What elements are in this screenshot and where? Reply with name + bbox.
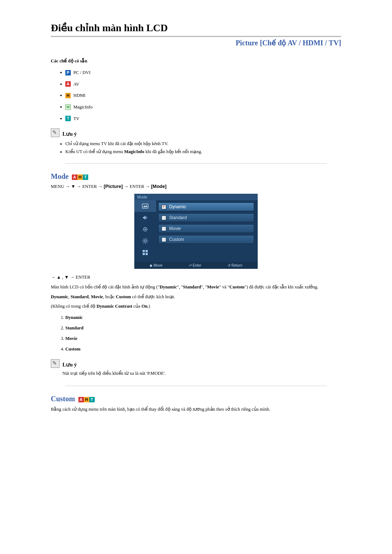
svg-line-10 [143,242,144,243]
osd-item-movie[interactable]: Movie [158,224,254,233]
list-item: A AV [65,81,341,87]
check-icon [162,237,166,242]
list-item: Chỉ sử dụng menu TV khi đã cài đặt một h… [65,141,341,147]
note-list: Chỉ sử dụng menu TV khi đã cài đặt một h… [65,141,341,155]
osd-tab-setup[interactable] [134,223,156,235]
mode-numbered-list: Dynamic Standard Movie Custom [65,315,341,352]
m-icon: M [65,104,71,110]
osd-footer: ◆ Move ⏎ Enter ↺ Return [134,262,258,269]
available-modes-heading: Các chế độ có sẵn [51,58,341,64]
list-item: T TV [65,116,341,122]
list-item: Dynamic [65,315,341,320]
h-icon: H [65,93,71,98]
svg-line-11 [147,239,147,239]
svg-rect-14 [143,253,145,255]
h-icon: H [84,397,89,402]
a-icon: A [72,175,77,180]
mode-para3: (Không có trong chế độ Dynamic Contrast … [51,303,341,310]
custom-para: Bằng cách sử dụng menu trên màn hình, bạ… [51,406,341,413]
osd-item-standard[interactable]: Standard [158,213,254,222]
p-icon: P [65,70,71,75]
list-item: Kiểu UT có thể sử dụng menu MagicInfo kh… [65,149,341,155]
gear-icon [142,238,148,244]
t-icon: T [89,397,95,402]
list-item: Custom [65,346,341,352]
osd-tab-picture[interactable] [134,200,156,212]
osd-sidebar [134,200,156,262]
mode-label: AV [73,81,79,86]
osd-header: Mode [134,194,258,200]
note2-text: Nút trực tiếp trên bộ điều khiển từ xa l… [62,370,341,377]
nav-step: → ▲ , ▼ → ENTER [51,274,341,281]
sound-icon [142,214,148,221]
osd-tab-sound[interactable] [134,212,156,223]
enter-icon: ⏎ [189,263,192,267]
t-icon: T [65,116,71,121]
note-icon [51,359,60,368]
svg-rect-15 [146,253,148,255]
svg-line-8 [143,239,144,239]
osd-tab-settings[interactable] [134,235,156,247]
mode-section-heading: Mode AHT [51,172,341,181]
list-item: P PC / DVI [65,70,341,75]
list-item: M MagicInfo [65,104,341,110]
check-icon [162,226,166,231]
osd-tab-app[interactable] [134,247,156,258]
svg-line-9 [147,242,147,243]
note-block: Lưu ý Chỉ sử dụng menu TV khi đã cài đặt… [51,128,341,155]
t-icon: T [83,175,88,180]
available-modes-list: P PC / DVI A AV H HDMI M MagicInfo T TV [65,70,341,121]
osd-item-dynamic[interactable]: Dynamic [158,202,254,211]
svg-rect-13 [146,250,148,252]
page-title: Điều chỉnh màn hình LCD [51,22,341,35]
menu-path: MENU → ▼ → ENTER → [Picture] → ENTER → [… [51,184,341,189]
mode-label: HDMI [73,93,85,98]
a-icon: A [78,397,84,402]
svg-rect-12 [143,250,145,252]
move-icon: ◆ [150,263,152,267]
custom-badges: AHT [78,395,95,403]
note-heading: Lưu ý [62,362,77,368]
mode-badges: AHT [72,172,88,181]
note-icon [51,128,60,137]
svg-point-3 [144,240,146,242]
list-item: Movie [65,336,341,341]
setup-icon [142,226,148,233]
list-item: Standard [65,325,341,331]
h-icon: H [77,175,83,180]
mode-label: TV [73,116,79,121]
return-icon: ↺ [228,263,230,267]
check-icon [162,216,166,220]
mode-para1: Màn hình LCD có bốn chế độ cài đặt hình … [51,284,341,291]
grid-icon [142,249,148,256]
note-heading: Lưu ý [62,131,77,137]
custom-section-heading: Custom AHT [51,395,341,403]
svg-point-2 [144,229,146,230]
mode-label: MagicInfo [73,104,93,110]
note-block: Lưu ý [51,359,341,368]
check-icon [162,205,166,209]
osd-item-custom[interactable]: Custom [158,235,254,244]
picture-icon [142,202,149,210]
mode-para2: Dynamic, Standard, Movie, hoặc Custom có… [51,294,341,300]
osd-menu: Mode [134,194,258,269]
list-item: H HDMI [65,93,341,98]
section-heading: Picture [Chế độ AV / HDMI / TV] [51,38,341,47]
mode-label: PC / DVI [73,70,90,75]
a-icon: A [65,81,71,87]
